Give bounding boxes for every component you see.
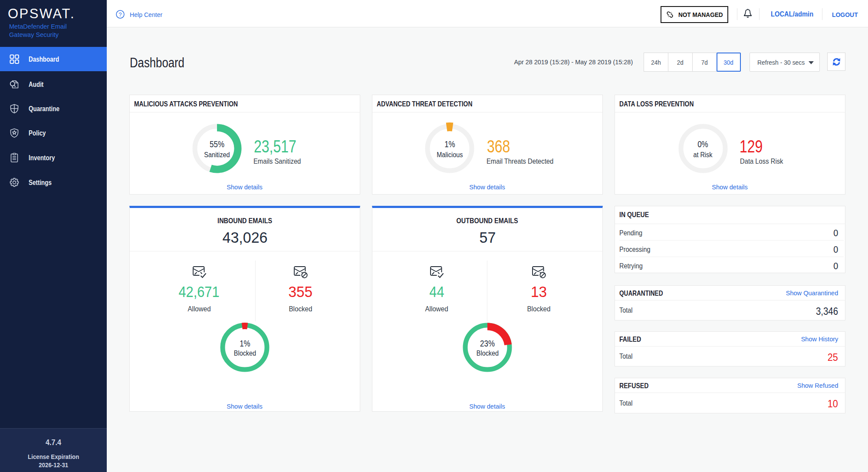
svg-text:?: ? (119, 12, 122, 18)
